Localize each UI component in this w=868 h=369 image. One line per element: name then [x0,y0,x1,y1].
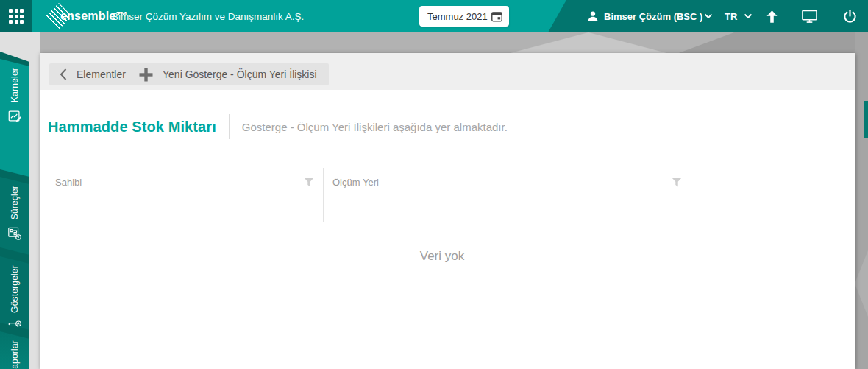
upload-button[interactable] [764,0,780,32]
title-divider [229,114,230,139]
header-right-section: Bimser Çözüm (BSC ) TR [548,0,868,32]
user-avatar-icon [586,0,600,32]
page-header: Hammadde Stok Miktarı Gösterge - Ölçüm Y… [48,113,508,140]
power-icon [842,9,858,24]
sidebar-item-label: Süreçler [10,186,20,219]
column-label: Sahibi [55,177,82,188]
apps-grid-icon [9,9,24,24]
plus-icon [139,68,153,82]
back-button-label: Elementler [77,68,126,80]
sidebar-item-label: Göstergeler [10,265,20,313]
content-card: Elementler Yeni Gösterge - Ölçüm Yeri İl… [40,53,855,369]
table-row [46,197,838,222]
logout-power-button[interactable] [842,0,858,32]
period-date-picker[interactable]: Temmuz 2021 [419,6,509,27]
monitor-icon [801,9,818,24]
toolbar-band: Elementler Yeni Gösterge - Ölçüm Yeri İl… [40,53,855,90]
app-window: ensemble™ Bimser Çözüm Yazılım ve Danışm… [0,0,868,369]
sidebar-item-label: Raporlar [10,340,20,369]
language-chevron-down-icon[interactable] [744,0,753,32]
user-chevron-down-icon[interactable] [704,0,713,32]
chevron-left-icon [60,68,67,80]
relations-table: Sahibi Ölçüm Yeri Veri yok [46,168,838,264]
language-selector[interactable]: TR [725,0,737,32]
sidebar-item-surecler[interactable]: Süreçler [0,177,29,255]
arrow-up-icon [764,9,780,24]
module-sidebar: Karneler Süreçler [0,52,29,369]
column-header-sahibi[interactable]: Sahibi [46,168,323,197]
calendar-icon [491,10,503,23]
column-header-olcum-yeri[interactable]: Ölçüm Yeri [323,168,691,197]
new-button-label: Yeni Gösterge - Ölçüm Yeri İlişkisi [163,68,317,80]
filter-icon[interactable] [672,178,682,187]
top-header-bar: ensemble™ Bimser Çözüm Yazılım ve Danışm… [0,0,868,32]
header-divider [830,0,830,32]
sidebar-item-label: Karneler [10,68,20,102]
vertical-scrollbar-thumb[interactable] [864,101,868,138]
sidebar-item-gostergeler[interactable]: Göstergeler [0,256,29,330]
empty-table-message: Veri yok [46,249,838,264]
sidebar-item-raporlar[interactable]: Raporlar [0,331,29,369]
period-date-value: Temmuz 2021 [427,11,491,22]
background-facet [855,32,868,369]
processes-icon [7,226,22,241]
ensemble-logo-icon [46,3,72,29]
page-subtitle: Gösterge - Ölçüm Yeri İlişkileri aşağıda… [242,121,508,133]
user-menu[interactable]: Bimser Çözüm (BSC ) [604,0,702,32]
column-header-empty [691,168,838,197]
indicators-icon [7,320,22,334]
back-elements-button[interactable]: Elementler [49,63,139,85]
company-name: Bimser Çözüm Yazılım ve Danışmanlık A.Ş. [112,0,304,32]
column-label: Ölçüm Yeri [332,177,379,188]
page-title: Hammadde Stok Miktarı [48,119,216,136]
filter-icon[interactable] [304,178,314,187]
table-header-row: Sahibi Ölçüm Yeri [46,168,838,197]
new-indicator-relation-button[interactable]: Yeni Gösterge - Ölçüm Yeri İlişkisi [129,63,329,85]
apps-menu-button[interactable] [0,0,32,32]
display-button[interactable] [801,0,818,32]
scorecards-icon [7,109,22,124]
sidebar-item-karneler[interactable]: Karneler [0,59,29,177]
